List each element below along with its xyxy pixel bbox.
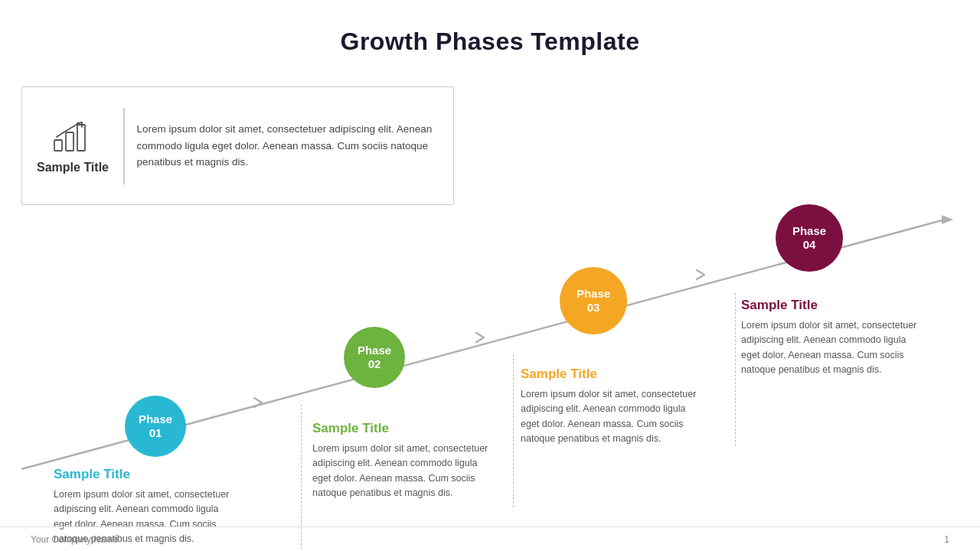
page-title: Growth Phases Template <box>0 28 980 56</box>
phase-04-bubble: Phase 04 <box>776 204 843 272</box>
footer-company: Your Company Name <box>31 534 118 545</box>
svg-marker-1 <box>942 215 953 224</box>
svg-rect-4 <box>77 125 85 151</box>
phase-04-title: Sample Title <box>741 297 917 314</box>
phase1-divider <box>123 108 125 184</box>
chart-icon <box>51 117 94 154</box>
page-footer: Your Company Name 1 <box>0 527 980 551</box>
phase-04-text: Lorem ipsum dolor sit amet, consectetuer… <box>741 318 917 378</box>
phase1-box: Sample Title Lorem ipsum dolor sit amet,… <box>21 86 454 205</box>
phase-03-info: Sample Title Lorem ipsum dolor sit amet,… <box>521 366 697 447</box>
phase-03-title: Sample Title <box>521 366 697 383</box>
phase-01-bubble: Phase 01 <box>125 396 186 457</box>
phase-04-info: Sample Title Lorem ipsum dolor sit amet,… <box>741 297 917 378</box>
phase-01-title: Sample Title <box>54 466 230 483</box>
phase-03-bubble: Phase 03 <box>560 267 627 334</box>
page-header: Growth Phases Template <box>0 0 980 71</box>
dashed-line-3 <box>735 293 736 446</box>
phase-02-bubble: Phase 02 <box>344 327 405 388</box>
svg-rect-2 <box>54 140 62 151</box>
footer-page: 1 <box>944 534 949 545</box>
phase-03-text: Lorem ipsum dolor sit amet, consectetuer… <box>521 387 697 447</box>
dashed-line-2 <box>513 354 514 507</box>
svg-rect-3 <box>66 132 74 151</box>
phase-02-text: Lorem ipsum dolor sit amet, consectetuer… <box>312 442 488 501</box>
phase-02-title: Sample Title <box>312 420 488 437</box>
phase1-box-label: Sample Title <box>37 160 109 174</box>
phase-02-info: Sample Title Lorem ipsum dolor sit amet,… <box>312 420 488 501</box>
phase1-box-text: Lorem ipsum dolor sit amet, consectetuer… <box>137 121 442 171</box>
phase1-icon-area: Sample Title <box>34 117 111 174</box>
main-content: Sample Title Lorem ipsum dolor sit amet,… <box>0 71 980 515</box>
